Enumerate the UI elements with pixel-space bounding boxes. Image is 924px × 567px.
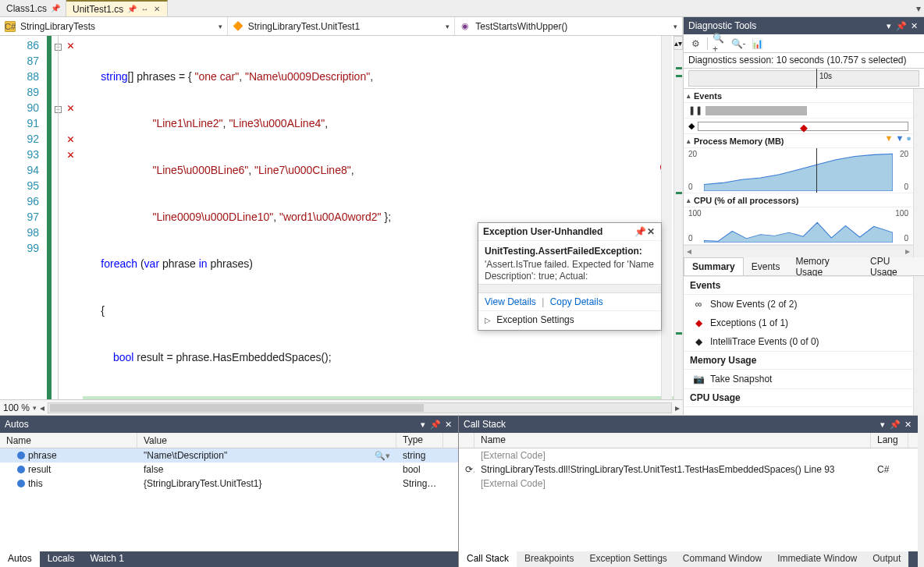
- summary-vertical-scrollbar[interactable]: [913, 276, 924, 415]
- column-value[interactable]: Value: [137, 433, 396, 448]
- cpu-chart[interactable]: 100 0 100 0: [684, 207, 913, 245]
- exception-marker-icon[interactable]: ◆: [800, 122, 808, 133]
- pin-icon[interactable]: 📌: [128, 5, 136, 13]
- pause-icon: ❚❚: [688, 105, 702, 115]
- tab-class1[interactable]: Class1.cs 📌: [0, 0, 66, 16]
- exception-popup: Exception User-Unhandled 📌 ✕ UnitTesting…: [478, 222, 662, 331]
- view-details-link[interactable]: View Details: [485, 296, 536, 307]
- breadcrumb-namespace[interactable]: C# StringLibraryTests ▾: [0, 17, 228, 35]
- close-icon[interactable]: ✕: [153, 5, 161, 13]
- tab-overflow-dropdown[interactable]: ▾: [913, 0, 924, 16]
- chevron-down-icon[interactable]: ▾: [673, 23, 677, 30]
- chevron-down-icon: ▴: [687, 137, 691, 145]
- autos-subtabs: Autos Locals Watch 1: [0, 551, 458, 567]
- split-icon[interactable]: ▴▾: [673, 36, 683, 50]
- chevron-down-icon[interactable]: ▾: [33, 404, 37, 412]
- pin-icon[interactable]: 📌: [890, 420, 901, 430]
- table-row[interactable]: this{StringLibraryTest.UnitTest1}StringL…: [0, 477, 458, 491]
- gear-icon[interactable]: ⚙: [688, 37, 702, 51]
- horizontal-scrollbar[interactable]: [48, 402, 672, 413]
- subtab-breakpoints[interactable]: Breakpoints: [517, 551, 581, 567]
- diag-vertical-scrollbar[interactable]: [913, 89, 924, 257]
- subtab-callstack[interactable]: Call Stack: [459, 551, 517, 567]
- table-row[interactable]: ⟳StringLibraryTests.dll!StringLibraryTes…: [459, 462, 918, 477]
- table-row[interactable]: [External Code]: [459, 477, 918, 491]
- subtab-exception-settings[interactable]: Exception Settings: [581, 551, 674, 567]
- tab-summary[interactable]: Summary: [684, 257, 744, 275]
- scroll-right-icon[interactable]: ▸: [675, 402, 680, 413]
- callstack-grid[interactable]: [External Code]⟳StringLibraryTests.dll!S…: [459, 448, 918, 551]
- subtab-immediate-window[interactable]: Immediate Window: [769, 551, 865, 567]
- column-type[interactable]: Type: [396, 433, 443, 448]
- scroll-left-icon[interactable]: ◂: [40, 402, 44, 413]
- subtab-locals[interactable]: Locals: [40, 551, 83, 567]
- refresh-icon[interactable]: ⟳: [0, 139, 3, 150]
- tab-label: UnitTest1.cs: [73, 4, 123, 15]
- time-ruler-label: 10s: [819, 72, 832, 80]
- window-position-icon[interactable]: ▾: [883, 21, 894, 31]
- breakpoint-gutter[interactable]: ✕✕✕✕: [67, 36, 83, 399]
- chevron-down-icon[interactable]: ▾: [219, 23, 222, 30]
- autos-titlebar: Autos ▾ 📌 ✕: [0, 416, 458, 433]
- panel-title: Diagnostic Tools: [688, 20, 756, 31]
- autos-grid[interactable]: phrase"Name\tDescription"🔍▾string result…: [0, 448, 458, 551]
- table-row[interactable]: phrase"Name\tDescription"🔍▾string: [0, 448, 458, 462]
- subtab-output[interactable]: Output: [865, 551, 908, 567]
- vertical-scrollbar[interactable]: [661, 36, 672, 399]
- close-icon[interactable]: ✕: [645, 226, 656, 237]
- chevron-down-icon: ▴: [687, 92, 691, 100]
- table-row[interactable]: [External Code]: [459, 448, 918, 462]
- line-number-gutter: 8687888990919293949596979899: [0, 36, 47, 399]
- breadcrumb-method[interactable]: ◉ TestStartsWithUpper() ▾: [455, 17, 683, 35]
- subtab-autos[interactable]: Autos: [0, 551, 40, 567]
- zoom-in-icon[interactable]: 🔍+: [713, 37, 727, 51]
- window-position-icon[interactable]: ▾: [877, 420, 888, 430]
- panel-title: Call Stack: [464, 419, 506, 430]
- time-ruler[interactable]: 10s: [684, 69, 924, 89]
- memory-chart[interactable]: 20 0 20 0: [684, 148, 913, 193]
- exceptions-link[interactable]: ◆Exceptions (1 of 1): [684, 314, 913, 332]
- pin-icon[interactable]: 📌: [430, 420, 441, 430]
- memory-section-header[interactable]: ▴Process Memory (MB) ▼▼●: [684, 134, 913, 148]
- tab-events[interactable]: Events: [744, 258, 788, 275]
- visualizer-icon[interactable]: 🔍▾: [375, 451, 390, 461]
- intellitrace-link[interactable]: ◆IntelliTrace Events (0 of 0): [684, 332, 913, 351]
- column-lang[interactable]: Lang: [871, 433, 908, 448]
- zoom-out-icon[interactable]: 🔍-: [731, 37, 745, 51]
- pin-icon[interactable]: 📌: [52, 5, 59, 12]
- csharp-icon: C#: [5, 21, 16, 32]
- code-editor[interactable]: ⟳ 8687888990919293949596979899 −− ✕✕✕✕ s…: [0, 36, 683, 399]
- editor-footer-bar: 100 % ▾ ◂ ▸: [0, 399, 683, 415]
- events-section-header[interactable]: ▴Events: [684, 89, 913, 103]
- zoom-level[interactable]: 100 %: [3, 402, 30, 413]
- chevron-down-icon[interactable]: ▾: [446, 23, 450, 30]
- exception-settings-expander[interactable]: ▷ Exception Settings: [478, 310, 661, 330]
- copy-details-link[interactable]: Copy Details: [550, 296, 603, 307]
- overview-ruler[interactable]: ▴▾: [673, 36, 683, 399]
- subtab-command-window[interactable]: Command Window: [675, 551, 769, 567]
- autos-panel: Autos ▾ 📌 ✕ Name Value Type phrase"Name\…: [0, 415, 459, 567]
- exception-diamond-icon: ◆: [693, 317, 704, 328]
- close-icon[interactable]: ✕: [908, 21, 919, 31]
- cpu-section-header[interactable]: ▴CPU (% of all processors): [684, 193, 913, 207]
- breadcrumb-class[interactable]: 🔶 StringLibraryTest.UnitTest1 ▾: [228, 17, 456, 35]
- summary-cpu-header: CPU Usage: [684, 388, 913, 407]
- exception-scrollbar[interactable]: [478, 284, 661, 293]
- pin-icon[interactable]: 📌: [634, 226, 645, 237]
- close-icon[interactable]: ✕: [442, 420, 453, 430]
- column-name[interactable]: Name: [474, 433, 871, 448]
- close-icon[interactable]: ✕: [902, 420, 913, 430]
- take-snapshot-link[interactable]: 📷Take Snapshot: [684, 370, 913, 388]
- autos-column-headers: Name Value Type: [0, 433, 458, 448]
- summary-memory-header: Memory Usage: [684, 351, 913, 370]
- snapshot-marker-icon: ▼: [895, 133, 904, 143]
- pin-icon[interactable]: 📌: [896, 21, 907, 31]
- column-name[interactable]: Name: [0, 433, 137, 448]
- show-events-link[interactable]: ∞Show Events (2 of 2): [684, 295, 913, 314]
- subtab-watch1[interactable]: Watch 1: [82, 551, 132, 567]
- tab-unittest1[interactable]: UnitTest1.cs 📌 ↔ ✕: [66, 0, 168, 16]
- table-row[interactable]: resultfalsebool: [0, 462, 458, 477]
- window-position-icon[interactable]: ▾: [418, 420, 428, 430]
- code-text[interactable]: string[] phrases = { "one car", "Name\u0…: [83, 36, 683, 399]
- reset-zoom-icon[interactable]: 📊: [750, 37, 764, 51]
